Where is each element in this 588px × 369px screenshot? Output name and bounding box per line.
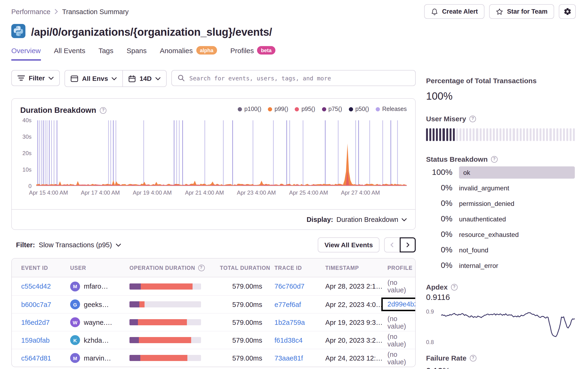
column-header-total-duration: Total Duration bbox=[220, 265, 274, 270]
operation-duration-bar bbox=[129, 355, 201, 361]
pagination-previous-button[interactable] bbox=[384, 237, 400, 252]
tab-label: Anomalies bbox=[160, 46, 193, 54]
op-segment-http bbox=[141, 283, 193, 289]
tab-tags[interactable]: Tags bbox=[98, 46, 113, 61]
help-icon[interactable]: ? bbox=[491, 156, 498, 162]
section-total-transactions: Percentage of Total Transactions 100% bbox=[426, 77, 575, 102]
display-value[interactable]: Duration Breakdown bbox=[336, 216, 398, 223]
event-id-link[interactable]: b600c7a7 bbox=[21, 301, 51, 308]
help-icon[interactable]: ? bbox=[198, 264, 205, 271]
legend-releases[interactable]: Releases bbox=[376, 106, 407, 112]
help-icon[interactable]: ? bbox=[451, 284, 458, 290]
cell-timestamp: Apr 22, 2023 4:0… bbox=[325, 301, 388, 308]
search-input[interactable] bbox=[189, 74, 410, 81]
misery-bar bbox=[553, 128, 555, 141]
trace-id-link[interactable]: f61d38c4 bbox=[274, 336, 303, 344]
cell-trace-id: e77ef6af bbox=[274, 301, 325, 308]
tab-spans[interactable]: Spans bbox=[127, 46, 147, 61]
legend-dot bbox=[268, 107, 272, 111]
y-tick-label: 0 bbox=[29, 183, 32, 189]
trace-id-link[interactable]: e77ef6af bbox=[274, 301, 301, 308]
misery-bar bbox=[453, 128, 455, 141]
section-failure-rate: Failure Rate ? 0.12% bbox=[426, 354, 575, 369]
op-segment-http bbox=[138, 319, 187, 325]
misery-bar bbox=[490, 128, 492, 141]
user-avatar: K bbox=[70, 335, 80, 345]
header-actions: Create Alert Star for Team bbox=[424, 4, 576, 19]
cell-total-duration: 579.00ms bbox=[220, 336, 274, 344]
misery-bar bbox=[473, 128, 475, 141]
cell-trace-id: f61d38c4 bbox=[274, 336, 325, 344]
user-avatar: G bbox=[70, 299, 80, 309]
cell-operation-duration bbox=[129, 301, 220, 308]
tab-profiles[interactable]: Profilesbeta bbox=[230, 46, 275, 61]
tab-all-events[interactable]: All Events bbox=[54, 46, 85, 61]
status-label: not_found bbox=[459, 246, 488, 254]
apdex-chart: 0.9 0.8 bbox=[426, 306, 575, 346]
user-misery-title-text: User Misery bbox=[426, 115, 466, 123]
help-icon[interactable]: ? bbox=[100, 107, 107, 113]
duration-chart[interactable] bbox=[36, 120, 407, 186]
chevron-left-icon bbox=[389, 242, 395, 248]
status-row-invalid-argument: 0%invalid_argument bbox=[426, 182, 575, 194]
legend-p95[interactable]: p95() bbox=[295, 106, 315, 112]
view-all-events-label: View All Events bbox=[325, 241, 373, 249]
failure-rate-title: Failure Rate ? bbox=[426, 354, 575, 362]
tab-overview[interactable]: Overview bbox=[11, 46, 41, 61]
legend-p99[interactable]: p99() bbox=[268, 106, 288, 112]
settings-button[interactable] bbox=[559, 4, 576, 19]
tab-anomalies[interactable]: Anomaliesalpha bbox=[160, 46, 217, 61]
misery-bar bbox=[550, 128, 552, 141]
profile-highlight-box: 2d99e4b2 bbox=[381, 298, 416, 311]
status-row-permission-denied: 0%permission_denied bbox=[426, 198, 575, 210]
event-id-link[interactable]: 1f6ed2d7 bbox=[21, 319, 50, 326]
user-avatar: W bbox=[70, 317, 80, 327]
cell-timestamp: Apr 19, 2023 9:3… bbox=[325, 319, 388, 326]
profile-link[interactable]: 2d99e4b2 bbox=[388, 300, 416, 308]
misery-bar bbox=[486, 128, 488, 141]
help-icon[interactable]: ? bbox=[470, 355, 476, 361]
badge-beta: beta bbox=[257, 46, 275, 55]
cell-event-id: b600c7a7 bbox=[21, 301, 70, 308]
create-alert-button[interactable]: Create Alert bbox=[424, 4, 484, 19]
legend-label: p75() bbox=[328, 106, 342, 112]
event-id-link[interactable]: c5647d81 bbox=[21, 354, 51, 362]
event-id-link[interactable]: c55c4d42 bbox=[21, 282, 51, 290]
environment-selector[interactable]: All Envs bbox=[65, 70, 123, 87]
legend-p50[interactable]: p50() bbox=[349, 106, 369, 112]
user-name: kzhda… bbox=[84, 336, 109, 344]
cell-total-duration: 579.00ms bbox=[220, 319, 274, 326]
misery-bar bbox=[436, 128, 438, 141]
y-tick-label: 40s bbox=[22, 117, 32, 124]
legend-dot bbox=[376, 107, 380, 111]
view-all-events-button[interactable]: View All Events bbox=[318, 237, 379, 252]
cell-total-duration: 579.00ms bbox=[220, 354, 274, 362]
date-range-selector[interactable]: 14D bbox=[123, 70, 166, 87]
table-body: c55c4d42Mmfaro…579.00ms76c760d7Apr 28, 2… bbox=[12, 277, 415, 367]
event-id-link[interactable]: 159a0fab bbox=[21, 336, 50, 344]
misery-bar bbox=[573, 128, 575, 141]
tab-label: Tags bbox=[98, 46, 113, 54]
legend-label: p50() bbox=[355, 106, 369, 112]
trace-id-link[interactable]: 73aae81f bbox=[274, 354, 303, 362]
filter-dropdown[interactable]: Filter bbox=[11, 70, 60, 86]
breadcrumb-performance[interactable]: Performance bbox=[11, 8, 50, 15]
pagination-next-button[interactable] bbox=[400, 237, 416, 252]
trace-id-link[interactable]: 76c760d7 bbox=[274, 282, 304, 290]
legend-p100[interactable]: p100() bbox=[238, 106, 261, 112]
chevron-down-icon[interactable] bbox=[402, 218, 407, 221]
column-header-event-id: Event ID bbox=[21, 265, 70, 270]
profile-no-value: (no value) bbox=[388, 350, 406, 366]
profile-no-value: (no value) bbox=[388, 315, 406, 330]
cell-timestamp: Apr 28, 2023 2:1… bbox=[325, 282, 388, 290]
help-icon[interactable]: ? bbox=[469, 115, 476, 122]
cell-profile: (no value) bbox=[388, 279, 409, 294]
trace-id-link[interactable]: 1b2a759a bbox=[274, 319, 305, 326]
transactions-filter-dropdown[interactable]: Filter: Slow Transactions (p95) bbox=[11, 241, 121, 249]
operation-duration-bar bbox=[129, 337, 201, 343]
legend-p75[interactable]: p75() bbox=[322, 106, 342, 112]
badge-alpha: alpha bbox=[196, 46, 217, 55]
transactions-filter-label: Filter: bbox=[16, 241, 35, 249]
total-transactions-title-text: Percentage of Total Transactions bbox=[426, 77, 537, 85]
star-for-team-button[interactable]: Star for Team bbox=[489, 4, 554, 19]
